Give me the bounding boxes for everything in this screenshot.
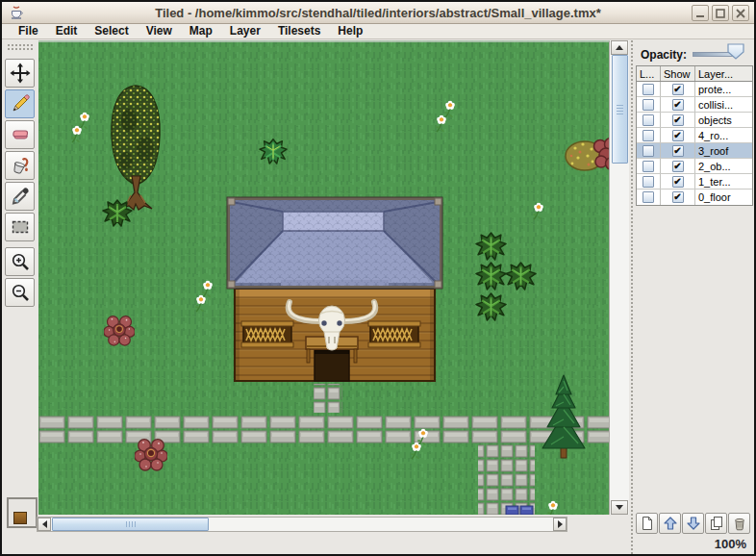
lock-checkbox[interactable] xyxy=(643,145,654,157)
close-button[interactable] xyxy=(732,5,749,21)
scroll-right-button[interactable] xyxy=(553,518,567,531)
duplicate-icon xyxy=(709,516,724,531)
lock-checkbox[interactable] xyxy=(643,99,654,111)
show-checkbox[interactable]: ✔ xyxy=(672,161,684,172)
zoom-out-icon xyxy=(10,282,31,303)
scroll-left-button[interactable] xyxy=(38,518,51,531)
layer-name[interactable]: 1_ter... xyxy=(695,174,752,189)
titlebar[interactable]: Tiled - /home/kimmo/src/stendhal/tiled/i… xyxy=(2,2,754,24)
lock-checkbox[interactable] xyxy=(643,84,654,95)
menu-tilesets[interactable]: Tilesets xyxy=(269,24,329,38)
menu-file[interactable]: File xyxy=(10,24,47,38)
map-canvas[interactable] xyxy=(38,40,609,515)
layer-row[interactable]: ✔ objects xyxy=(637,113,752,128)
zoom-level-label: 100% xyxy=(715,537,746,551)
show-checkbox[interactable]: ✔ xyxy=(672,176,684,188)
zoom-in-tool-button[interactable] xyxy=(5,247,35,276)
layer-name[interactable]: 0_floor xyxy=(695,190,752,205)
draw-tool-button[interactable] xyxy=(5,89,35,118)
show-checkbox[interactable]: ✔ xyxy=(672,130,684,141)
down-arrow-icon xyxy=(616,505,623,510)
house xyxy=(227,197,442,381)
lock-checkbox[interactable] xyxy=(643,130,654,141)
menu-select[interactable]: Select xyxy=(86,24,137,38)
layer-table-header: L... Show Layer... xyxy=(637,66,752,82)
opacity-slider-thumb[interactable] xyxy=(727,43,744,60)
fill-bucket-icon xyxy=(10,155,31,176)
layer-row[interactable]: ✔ 2_ob... xyxy=(637,159,752,174)
eyedropper-icon xyxy=(10,186,31,207)
layer-row[interactable]: ✔ 1_ter... xyxy=(637,174,752,190)
app-icon xyxy=(9,5,24,20)
toolbar-grip[interactable] xyxy=(7,43,33,52)
house-wall xyxy=(235,289,435,381)
show-checkbox[interactable]: ✔ xyxy=(672,114,684,126)
minimize-icon xyxy=(695,9,705,18)
layer-name[interactable]: objects xyxy=(695,113,752,127)
arrow-up-icon xyxy=(663,516,678,531)
maximize-button[interactable] xyxy=(712,5,729,21)
vertical-scrollbar[interactable] xyxy=(609,40,629,515)
horizontal-scroll-thumb[interactable] xyxy=(52,518,209,531)
scroll-up-button[interactable] xyxy=(611,40,628,55)
column-layer[interactable]: Layer... xyxy=(695,66,752,81)
zoom-out-tool-button[interactable] xyxy=(5,278,35,307)
menu-layer[interactable]: Layer xyxy=(221,24,269,38)
menu-map[interactable]: Map xyxy=(181,24,221,38)
move-tool-button[interactable] xyxy=(5,59,35,88)
tiled-window: Tiled - /home/kimmo/src/stendhal/tiled/i… xyxy=(0,0,756,556)
trash-icon xyxy=(732,516,747,531)
layer-name[interactable]: 4_ro... xyxy=(695,128,752,142)
fill-tool-button[interactable] xyxy=(5,151,35,180)
layer-row[interactable]: ✔ 4_ro... xyxy=(637,128,752,143)
lock-checkbox[interactable] xyxy=(643,161,654,172)
window-right xyxy=(368,321,420,347)
move-layer-down-button[interactable] xyxy=(682,513,704,534)
menu-help[interactable]: Help xyxy=(329,24,371,38)
show-checkbox[interactable]: ✔ xyxy=(672,145,684,157)
layer-name[interactable]: collisi... xyxy=(695,97,752,112)
layer-name[interactable]: 2_ob... xyxy=(695,159,752,173)
lock-checkbox[interactable] xyxy=(643,114,654,126)
eraser-tool-button[interactable] xyxy=(5,120,35,149)
duplicate-layer-button[interactable] xyxy=(705,513,727,534)
minimize-button[interactable] xyxy=(692,5,709,21)
show-checkbox[interactable]: ✔ xyxy=(672,99,684,111)
vertical-scroll-thumb[interactable] xyxy=(612,55,628,164)
delete-layer-button[interactable] xyxy=(728,513,750,534)
arrow-down-icon xyxy=(686,516,701,531)
close-icon xyxy=(736,9,745,18)
zoom-in-icon xyxy=(10,251,31,272)
layer-name[interactable]: 3_roof xyxy=(695,143,752,158)
layer-row[interactable]: ✔ collisi... xyxy=(637,97,752,113)
menu-edit[interactable]: Edit xyxy=(47,24,87,38)
pencil-icon xyxy=(10,93,31,114)
column-show[interactable]: Show xyxy=(661,66,695,81)
show-checkbox[interactable]: ✔ xyxy=(672,84,684,95)
layer-toolbar xyxy=(636,513,750,534)
eyedropper-tool-button[interactable] xyxy=(5,182,35,211)
layer-name[interactable]: prote... xyxy=(695,82,752,96)
up-arrow-icon xyxy=(616,45,623,50)
window-title: Tiled - /home/kimmo/src/stendhal/tiled/i… xyxy=(2,6,754,20)
layer-row[interactable]: ✔ prote... xyxy=(637,82,752,97)
new-layer-button[interactable] xyxy=(636,513,658,534)
lock-checkbox[interactable] xyxy=(643,176,654,188)
move-icon xyxy=(10,63,31,84)
layer-row-selected[interactable]: ✔ 3_roof xyxy=(637,143,752,159)
layer-row[interactable]: ✔ 0_floor xyxy=(637,190,752,205)
move-layer-up-button[interactable] xyxy=(659,513,681,534)
column-lock[interactable]: L... xyxy=(637,66,661,81)
show-checkbox[interactable]: ✔ xyxy=(672,191,684,203)
horizontal-scrollbar[interactable] xyxy=(37,517,567,532)
opacity-label: Opacity: xyxy=(641,48,687,62)
menu-view[interactable]: View xyxy=(138,24,181,38)
eraser-icon xyxy=(10,124,31,145)
scroll-down-button[interactable] xyxy=(611,500,628,515)
lock-checkbox[interactable] xyxy=(643,191,654,203)
maximize-icon xyxy=(716,9,725,18)
layer-table: L... Show Layer... ✔ prote... ✔ collisi.… xyxy=(636,65,753,206)
layers-panel: Opacity: L... Show Layer... ✔ prote... ✔… xyxy=(635,39,754,554)
brush-preview xyxy=(7,497,38,528)
rect-select-tool-button[interactable] xyxy=(5,213,35,241)
